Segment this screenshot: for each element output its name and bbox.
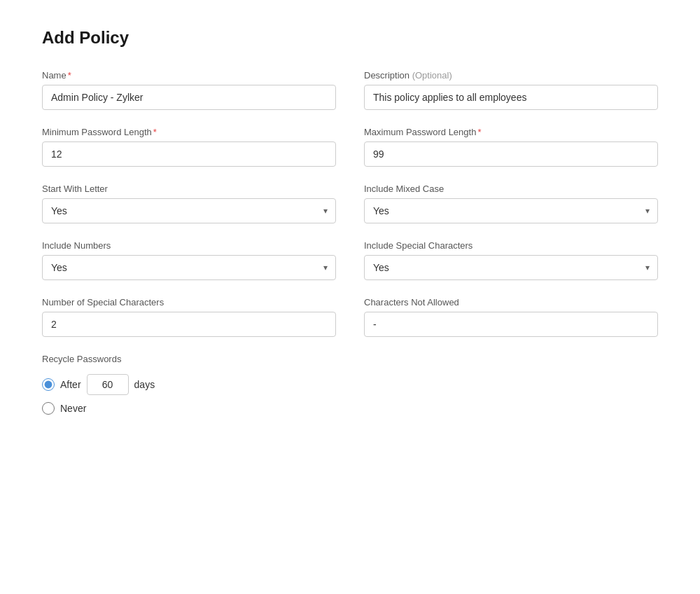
- row-password-lengths: Minimum Password Length* Maximum Passwor…: [42, 127, 658, 167]
- chars-not-allowed-label: Characters Not Allowed: [364, 297, 658, 308]
- field-include-special-chars: Include Special Characters Yes No ▾: [364, 240, 658, 280]
- field-start-with-letter: Start With Letter Yes No ▾: [42, 184, 336, 223]
- start-with-letter-label: Start With Letter: [42, 184, 336, 194]
- min-password-input[interactable]: [42, 141, 336, 167]
- row-start-mixed: Start With Letter Yes No ▾ Include Mixed…: [42, 184, 658, 223]
- max-password-required-star: *: [477, 127, 481, 137]
- recycle-passwords-section: Recycle Passwords After days Never: [42, 354, 658, 415]
- name-required-star: *: [68, 70, 71, 81]
- include-numbers-select[interactable]: Yes No: [42, 255, 336, 280]
- include-mixed-case-label: Include Mixed Case: [364, 184, 658, 194]
- include-mixed-case-select[interactable]: Yes No: [364, 198, 658, 223]
- after-radio[interactable]: [42, 378, 55, 391]
- field-include-mixed-case: Include Mixed Case Yes No ▾: [364, 184, 658, 223]
- row-name-description: Name* Description (Optional): [42, 70, 658, 110]
- include-numbers-wrapper: Yes No ▾: [42, 255, 336, 280]
- field-num-special-chars: Number of Special Characters: [42, 297, 336, 337]
- field-min-password: Minimum Password Length*: [42, 127, 336, 167]
- field-name: Name*: [42, 70, 336, 110]
- max-password-input[interactable]: [364, 141, 658, 167]
- field-description: Description (Optional): [364, 70, 658, 110]
- field-include-numbers: Include Numbers Yes No ▾: [42, 240, 336, 280]
- days-text: days: [134, 379, 155, 390]
- never-radio[interactable]: [42, 402, 55, 415]
- never-radio-row: Never: [42, 402, 658, 415]
- include-special-chars-label: Include Special Characters: [364, 240, 658, 251]
- page-container: Add Policy Name* Description (Optional) …: [0, 0, 700, 443]
- description-input[interactable]: [364, 85, 658, 110]
- min-password-label: Minimum Password Length*: [42, 127, 336, 137]
- name-label: Name*: [42, 70, 336, 81]
- field-chars-not-allowed: Characters Not Allowed: [364, 297, 658, 337]
- num-special-chars-label: Number of Special Characters: [42, 297, 336, 308]
- after-radio-label[interactable]: After: [60, 379, 81, 390]
- include-mixed-case-wrapper: Yes No ▾: [364, 198, 658, 223]
- field-max-password: Maximum Password Length*: [364, 127, 658, 167]
- min-password-required-star: *: [153, 127, 157, 137]
- include-special-chars-select[interactable]: Yes No: [364, 255, 658, 280]
- start-with-letter-wrapper: Yes No ▾: [42, 198, 336, 223]
- after-days-input[interactable]: [87, 374, 129, 395]
- include-special-chars-wrapper: Yes No ▾: [364, 255, 658, 280]
- include-numbers-label: Include Numbers: [42, 240, 336, 251]
- row-num-special-not-allowed: Number of Special Characters Characters …: [42, 297, 658, 337]
- page-title: Add Policy: [42, 28, 658, 48]
- start-with-letter-select[interactable]: Yes No: [42, 198, 336, 223]
- recycle-passwords-label: Recycle Passwords: [42, 354, 658, 364]
- chars-not-allowed-input[interactable]: [364, 312, 658, 337]
- name-input[interactable]: [42, 85, 336, 110]
- form-section: Name* Description (Optional) Minimum Pas…: [42, 70, 658, 415]
- max-password-label: Maximum Password Length*: [364, 127, 658, 137]
- num-special-chars-input[interactable]: [42, 312, 336, 337]
- never-radio-label[interactable]: Never: [60, 403, 86, 414]
- row-numbers-special: Include Numbers Yes No ▾ Include Special…: [42, 240, 658, 280]
- after-radio-row: After days: [42, 374, 658, 395]
- description-optional: (Optional): [412, 70, 452, 81]
- description-label: Description (Optional): [364, 70, 658, 81]
